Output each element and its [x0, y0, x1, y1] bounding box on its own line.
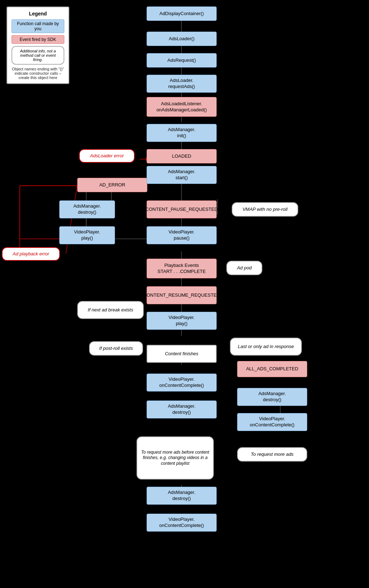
- if-post-roll-box: If post-roll exists: [89, 341, 143, 356]
- legend-italic-box: Additional info, not a method call or ev…: [11, 46, 64, 65]
- video-player-pause-box: VideoPlayer. pause(): [147, 226, 217, 244]
- ads-request-box: AdsRequest(): [147, 53, 217, 68]
- ad-error-box: AD_ERROR: [77, 178, 147, 192]
- last-only-ad-box: Last or only ad in response: [230, 338, 302, 356]
- loaded-box: LOADED: [147, 149, 217, 163]
- ads-loaded-listener-box: AdsLoadedListener. onAdsManagerLoaded(): [147, 97, 217, 117]
- ads-manager-destroy-bottom-box: AdsManager. destroy(): [147, 487, 217, 505]
- video-player-oncontent-complete-right-box: VideoPlayer. onContentComplete(): [237, 413, 307, 431]
- ads-loader-box: AdsLoader(): [147, 32, 217, 46]
- legend-blue-item: Function call made by you: [11, 19, 64, 33]
- content-pause-requested-box: CONTENT_PAUSE_REQUESTED: [147, 200, 217, 218]
- legend-box: Legend Function call made by you Event f…: [6, 6, 69, 84]
- video-player-oncontent-complete-bottom-box: VideoPlayer. onContentComplete(): [147, 514, 217, 532]
- ads-manager-init-box: AdsManager. init(): [147, 124, 217, 142]
- legend-title: Legend: [11, 11, 64, 17]
- playback-events-box: Playback Events START . . .COMPLETE: [147, 259, 217, 278]
- legend-pink-box: Event fired by SDK: [11, 35, 64, 44]
- legend-blue-box: Function call made by you: [11, 19, 64, 33]
- ads-manager-destroy-left-box: AdsManager. destroy(): [59, 200, 115, 218]
- ads-manager-destroy-right-box: AdsManager. destroy(): [237, 388, 307, 406]
- to-request-more-ads-box: To request more ads before content finis…: [137, 436, 214, 480]
- ads-manager-start-box: AdsManager. start(): [147, 166, 217, 184]
- video-player-play-mid-box: VideoPlayer. play(): [147, 312, 217, 330]
- video-player-oncontent-complete-box: VideoPlayer. onContentComplete(): [147, 374, 217, 392]
- diagram-container: Legend Function call made by you Event f…: [0, 0, 369, 588]
- adsloader-error-box: AdsLoader error: [79, 149, 135, 163]
- content-finishes-box: Content finishes: [147, 345, 217, 363]
- to-request-more-ads-label-box: To request more ads: [237, 447, 307, 462]
- ads-manager-destroy-main-box: AdsManager. destroy(): [147, 401, 217, 418]
- ad-playback-error-box: Ad playback error: [2, 247, 60, 261]
- all-ads-completed-box: ALL_ADS_COMPLETED: [237, 361, 307, 377]
- legend-note: Object names ending with "()" indicate c…: [11, 67, 64, 80]
- ads-loader-request-ads-box: AdsLoader. requestAds(): [147, 75, 217, 93]
- video-player-play-left-box: VideoPlayer. play(): [59, 226, 115, 244]
- vmap-no-preroll-box: VMAP with no pre-roll: [232, 202, 298, 217]
- content-resume-requested-box: CONTENT_RESUME_REQUESTED: [147, 286, 217, 304]
- ad-display-container-box: AdDisplayContainer(): [147, 6, 217, 21]
- legend-pink-item: Event fired by SDK: [11, 35, 64, 44]
- ad-pod-box: Ad pod: [226, 261, 262, 275]
- if-next-ad-break-box: If next ad break exists: [77, 301, 144, 319]
